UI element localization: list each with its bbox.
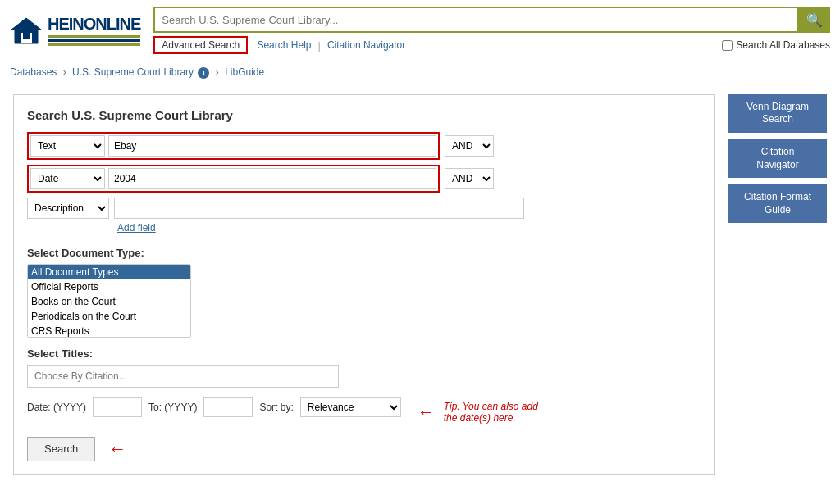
date-to-label: To: (YYYY) xyxy=(148,402,197,413)
field-select-3[interactable]: Description Text Date Title Author xyxy=(27,198,109,219)
date-from-input[interactable] xyxy=(93,397,142,417)
search-row-1: Text Date Description Title Author AND O… xyxy=(27,132,701,160)
doc-type-periodicals[interactable]: Periodicals on the Court xyxy=(28,309,190,324)
highlighted-fields-2: Text Date Description Title Author xyxy=(27,165,440,193)
svg-rect-2 xyxy=(23,33,30,39)
operator-select-2[interactable]: AND OR NOT xyxy=(445,168,494,189)
operator-select-1[interactable]: AND OR NOT xyxy=(445,135,494,157)
search-button-row: Search ← xyxy=(27,437,701,461)
citation-navigator-link[interactable]: Citation Navigator xyxy=(321,38,412,52)
search-all-databases-checkbox[interactable] xyxy=(722,40,733,51)
search-all-databases-area: Search All Databases xyxy=(722,39,830,51)
nav-row: Advanced Search Search Help | Citation N… xyxy=(153,36,830,54)
citation-format-guide-button[interactable]: Citation Format Guide xyxy=(728,184,827,223)
logo-area: HEINONLINE xyxy=(10,15,140,46)
breadcrumb-sep1: › xyxy=(63,66,66,78)
venn-diagram-button[interactable]: Venn Diagram Search xyxy=(728,94,827,133)
search-row-2: Text Date Description Title Author AND O… xyxy=(27,165,701,193)
date-sort-row: Date: (YYYY) To: (YYYY) Sort by: Relevan… xyxy=(27,397,401,417)
titles-label: Select Titles: xyxy=(27,347,701,360)
search-row-3: Description Text Date Title Author xyxy=(27,198,701,219)
doc-type-section: Select Document Type: All Document Types… xyxy=(27,247,701,338)
highlighted-fields: Text Date Description Title Author xyxy=(27,132,440,160)
doc-type-books[interactable]: Books on the Court xyxy=(28,294,190,309)
search-help-link[interactable]: Search Help xyxy=(250,38,317,52)
search-all-databases-label: Search All Databases xyxy=(736,39,830,51)
logo-text: HEINONLINE xyxy=(48,15,140,46)
date-to-input[interactable] xyxy=(203,397,253,417)
search-row: 🔍 xyxy=(153,7,830,33)
doc-type-listbox[interactable]: All Document Types Official Reports Book… xyxy=(27,264,191,338)
doc-type-label: Select Document Type: xyxy=(27,247,701,259)
doc-type-all[interactable]: All Document Types xyxy=(28,265,190,279)
field-select-2[interactable]: Text Date Description Title Author xyxy=(30,168,105,189)
add-field-link[interactable]: Add field xyxy=(117,222,701,234)
sort-select[interactable]: Relevance Date Ascending Date Descending xyxy=(300,397,401,417)
date-sort-tip-row: Date: (YYYY) To: (YYYY) Sort by: Relevan… xyxy=(27,397,701,427)
doc-type-crs[interactable]: CRS Reports xyxy=(28,324,190,338)
heinonline-logo-icon xyxy=(10,16,43,45)
header: HEINONLINE 🔍 Advanced Search Search Help… xyxy=(0,0,840,61)
advanced-search-link[interactable]: Advanced Search xyxy=(153,36,248,54)
main-search-input[interactable] xyxy=(153,7,799,33)
breadcrumb: Databases › U.S. Supreme Court Library i… xyxy=(0,61,840,84)
left-panel: Search U.S. Supreme Court Library Text D… xyxy=(13,94,715,475)
tip-text: Tip: You can also add the date(s) here. xyxy=(444,401,538,424)
main-content: Search U.S. Supreme Court Library Text D… xyxy=(0,84,840,485)
search-bar-area: 🔍 Advanced Search Search Help | Citation… xyxy=(153,7,830,54)
citation-navigator-button[interactable]: Citation Navigator xyxy=(728,139,827,178)
search-icon: 🔍 xyxy=(806,12,823,28)
tip-arrow-icon: ← xyxy=(418,403,436,421)
field-select-1[interactable]: Text Date Description Title Author xyxy=(30,135,105,157)
search-input-1[interactable] xyxy=(108,135,436,157)
breadcrumb-library[interactable]: U.S. Supreme Court Library xyxy=(72,66,194,78)
search-input-2[interactable] xyxy=(108,168,436,189)
search-input-3[interactable] xyxy=(114,198,524,219)
titles-section: Select Titles: xyxy=(27,347,701,388)
search-arrow-icon: ← xyxy=(108,438,126,460)
breadcrumb-databases[interactable]: Databases xyxy=(10,66,57,78)
main-search-button[interactable]: 🔍 xyxy=(799,7,830,33)
search-form: Search U.S. Supreme Court Library Text D… xyxy=(13,94,715,475)
breadcrumb-libguide[interactable]: LibGuide xyxy=(225,66,264,78)
right-panel: Venn Diagram Search Citation Navigator C… xyxy=(728,94,827,475)
doc-type-official[interactable]: Official Reports xyxy=(28,279,190,294)
tip-area: ← Tip: You can also add the date(s) here… xyxy=(418,401,538,424)
library-info-icon[interactable]: i xyxy=(198,67,209,79)
sort-label: Sort by: xyxy=(259,402,293,413)
date-from-label: Date: (YYYY) xyxy=(27,402,86,413)
breadcrumb-sep2: › xyxy=(216,66,219,78)
form-title: Search U.S. Supreme Court Library xyxy=(27,108,701,122)
titles-input[interactable] xyxy=(27,365,339,388)
search-button[interactable]: Search xyxy=(27,437,95,461)
